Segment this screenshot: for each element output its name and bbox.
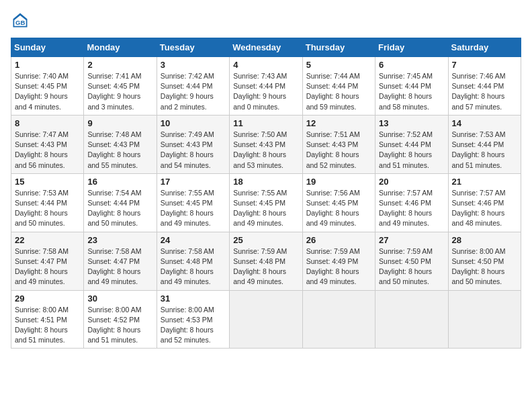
day-cell: 9Sunrise: 7:48 AM Sunset: 4:43 PM Daylig… — [84, 115, 157, 173]
day-info: Sunrise: 8:00 AM Sunset: 4:53 PM Dayligh… — [161, 305, 226, 346]
day-cell: 1Sunrise: 7:40 AM Sunset: 4:45 PM Daylig… — [11, 57, 84, 116]
day-cell: 23Sunrise: 7:58 AM Sunset: 4:47 PM Dayli… — [84, 232, 157, 290]
day-cell: 4Sunrise: 7:43 AM Sunset: 4:44 PM Daylig… — [230, 57, 302, 116]
day-number: 9 — [87, 118, 152, 128]
day-info: Sunrise: 8:00 AM Sunset: 4:51 PM Dayligh… — [15, 305, 80, 346]
svg-text:GB: GB — [15, 19, 25, 26]
day-number: 10 — [161, 118, 226, 128]
day-cell: 7Sunrise: 7:46 AM Sunset: 4:44 PM Daylig… — [448, 57, 521, 116]
day-info: Sunrise: 7:40 AM Sunset: 4:45 PM Dayligh… — [15, 71, 80, 112]
day-info: Sunrise: 7:48 AM Sunset: 4:43 PM Dayligh… — [87, 130, 152, 171]
day-cell: 20Sunrise: 7:57 AM Sunset: 4:46 PM Dayli… — [375, 173, 448, 232]
day-cell: 11Sunrise: 7:50 AM Sunset: 4:43 PM Dayli… — [230, 115, 302, 173]
day-info: Sunrise: 7:59 AM Sunset: 4:49 PM Dayligh… — [306, 246, 371, 287]
day-info: Sunrise: 7:59 AM Sunset: 4:48 PM Dayligh… — [233, 246, 298, 287]
day-info: Sunrise: 7:50 AM Sunset: 4:43 PM Dayligh… — [233, 130, 298, 171]
day-info: Sunrise: 7:41 AM Sunset: 4:45 PM Dayligh… — [87, 71, 152, 112]
day-number: 27 — [379, 235, 444, 245]
day-cell: 6Sunrise: 7:45 AM Sunset: 4:44 PM Daylig… — [375, 57, 448, 116]
day-cell: 13Sunrise: 7:52 AM Sunset: 4:44 PM Dayli… — [375, 115, 448, 173]
day-info: Sunrise: 7:44 AM Sunset: 4:44 PM Dayligh… — [306, 71, 371, 112]
day-cell: 28Sunrise: 8:00 AM Sunset: 4:50 PM Dayli… — [448, 232, 521, 290]
header-day-wednesday: Wednesday — [230, 38, 302, 57]
day-info: Sunrise: 7:59 AM Sunset: 4:50 PM Dayligh… — [379, 246, 444, 287]
day-number: 18 — [233, 177, 298, 187]
day-cell: 22Sunrise: 7:58 AM Sunset: 4:47 PM Dayli… — [11, 232, 84, 290]
day-cell: 8Sunrise: 7:47 AM Sunset: 4:43 PM Daylig… — [11, 115, 84, 173]
week-row-1: 1Sunrise: 7:40 AM Sunset: 4:45 PM Daylig… — [11, 57, 521, 116]
header-day-monday: Monday — [84, 38, 157, 57]
day-info: Sunrise: 7:51 AM Sunset: 4:43 PM Dayligh… — [306, 130, 371, 171]
day-number: 7 — [452, 60, 517, 70]
day-number: 12 — [306, 118, 371, 128]
day-number: 15 — [15, 177, 80, 187]
day-info: Sunrise: 7:57 AM Sunset: 4:46 PM Dayligh… — [379, 188, 444, 229]
day-number: 6 — [379, 60, 444, 70]
header-day-saturday: Saturday — [448, 38, 521, 57]
day-number: 22 — [15, 235, 80, 245]
day-info: Sunrise: 8:00 AM Sunset: 4:50 PM Dayligh… — [452, 246, 517, 287]
day-info: Sunrise: 7:58 AM Sunset: 4:48 PM Dayligh… — [161, 246, 226, 287]
day-info: Sunrise: 8:00 AM Sunset: 4:52 PM Dayligh… — [87, 305, 152, 346]
day-info: Sunrise: 7:53 AM Sunset: 4:44 PM Dayligh… — [15, 188, 80, 229]
day-cell: 26Sunrise: 7:59 AM Sunset: 4:49 PM Dayli… — [302, 232, 375, 290]
logo-icon: GB — [11, 11, 30, 30]
day-number: 11 — [233, 118, 298, 128]
day-info: Sunrise: 7:49 AM Sunset: 4:43 PM Dayligh… — [161, 130, 226, 171]
day-info: Sunrise: 7:53 AM Sunset: 4:44 PM Dayligh… — [452, 130, 517, 171]
day-info: Sunrise: 7:57 AM Sunset: 4:46 PM Dayligh… — [452, 188, 517, 229]
day-info: Sunrise: 7:55 AM Sunset: 4:45 PM Dayligh… — [161, 188, 226, 229]
day-number: 25 — [233, 235, 298, 245]
day-info: Sunrise: 7:55 AM Sunset: 4:45 PM Dayligh… — [233, 188, 298, 229]
day-cell: 27Sunrise: 7:59 AM Sunset: 4:50 PM Dayli… — [375, 232, 448, 290]
day-number: 1 — [15, 60, 80, 70]
header-day-thursday: Thursday — [302, 38, 375, 57]
day-number: 17 — [161, 177, 226, 187]
day-info: Sunrise: 7:54 AM Sunset: 4:44 PM Dayligh… — [87, 188, 152, 229]
day-cell: 12Sunrise: 7:51 AM Sunset: 4:43 PM Dayli… — [302, 115, 375, 173]
day-number: 30 — [87, 293, 152, 304]
day-cell: 2Sunrise: 7:41 AM Sunset: 4:45 PM Daylig… — [84, 57, 157, 116]
day-number: 19 — [306, 177, 371, 187]
day-info: Sunrise: 7:45 AM Sunset: 4:44 PM Dayligh… — [379, 71, 444, 112]
day-number: 8 — [15, 118, 80, 128]
day-info: Sunrise: 7:52 AM Sunset: 4:44 PM Dayligh… — [379, 130, 444, 171]
day-cell: 25Sunrise: 7:59 AM Sunset: 4:48 PM Dayli… — [230, 232, 302, 290]
day-info: Sunrise: 7:58 AM Sunset: 4:47 PM Dayligh… — [15, 246, 80, 287]
header-row: SundayMondayTuesdayWednesdayThursdayFrid… — [11, 38, 521, 57]
day-cell: 21Sunrise: 7:57 AM Sunset: 4:46 PM Dayli… — [448, 173, 521, 232]
calendar: SundayMondayTuesdayWednesdayThursdayFrid… — [11, 38, 521, 349]
day-info: Sunrise: 7:42 AM Sunset: 4:44 PM Dayligh… — [161, 71, 226, 112]
day-number: 16 — [87, 177, 152, 187]
day-number: 4 — [233, 60, 298, 70]
week-row-5: 29Sunrise: 8:00 AM Sunset: 4:51 PM Dayli… — [11, 290, 521, 349]
day-cell: 3Sunrise: 7:42 AM Sunset: 4:44 PM Daylig… — [157, 57, 229, 116]
day-number: 24 — [161, 235, 226, 245]
day-cell: 16Sunrise: 7:54 AM Sunset: 4:44 PM Dayli… — [84, 173, 157, 232]
header-day-friday: Friday — [375, 38, 448, 57]
week-row-2: 8Sunrise: 7:47 AM Sunset: 4:43 PM Daylig… — [11, 115, 521, 173]
day-info: Sunrise: 7:56 AM Sunset: 4:45 PM Dayligh… — [306, 188, 371, 229]
day-info: Sunrise: 7:46 AM Sunset: 4:44 PM Dayligh… — [452, 71, 517, 112]
day-cell: 24Sunrise: 7:58 AM Sunset: 4:48 PM Dayli… — [157, 232, 229, 290]
day-info: Sunrise: 7:43 AM Sunset: 4:44 PM Dayligh… — [233, 71, 298, 112]
day-cell: 5Sunrise: 7:44 AM Sunset: 4:44 PM Daylig… — [302, 57, 375, 116]
day-info: Sunrise: 7:47 AM Sunset: 4:43 PM Dayligh… — [15, 130, 80, 171]
day-number: 21 — [452, 177, 517, 187]
calendar-header: SundayMondayTuesdayWednesdayThursdayFrid… — [11, 38, 521, 57]
day-number: 31 — [161, 293, 226, 304]
header-day-sunday: Sunday — [11, 38, 84, 57]
day-number: 14 — [452, 118, 517, 128]
day-number: 20 — [379, 177, 444, 187]
day-number: 23 — [87, 235, 152, 245]
logo: GB — [11, 11, 32, 30]
calendar-body: 1Sunrise: 7:40 AM Sunset: 4:45 PM Daylig… — [11, 57, 521, 349]
day-cell: 10Sunrise: 7:49 AM Sunset: 4:43 PM Dayli… — [157, 115, 229, 173]
day-cell: 18Sunrise: 7:55 AM Sunset: 4:45 PM Dayli… — [230, 173, 302, 232]
day-cell — [230, 290, 302, 349]
day-cell — [448, 290, 521, 349]
day-number: 26 — [306, 235, 371, 245]
day-info: Sunrise: 7:58 AM Sunset: 4:47 PM Dayligh… — [87, 246, 152, 287]
day-number: 13 — [379, 118, 444, 128]
day-cell: 29Sunrise: 8:00 AM Sunset: 4:51 PM Dayli… — [11, 290, 84, 349]
